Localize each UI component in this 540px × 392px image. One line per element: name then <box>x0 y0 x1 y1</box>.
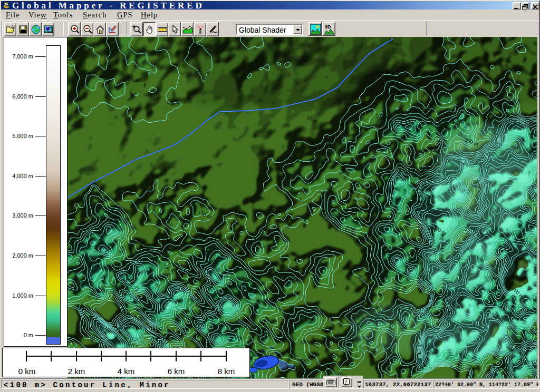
svg-text:100 m: 100 m <box>529 215 536 231</box>
svg-text:?: ? <box>345 379 348 385</box>
svg-text:3D: 3D <box>325 24 331 30</box>
svg-text:50 m: 50 m <box>375 113 388 119</box>
svg-text:400: 400 <box>530 92 537 99</box>
